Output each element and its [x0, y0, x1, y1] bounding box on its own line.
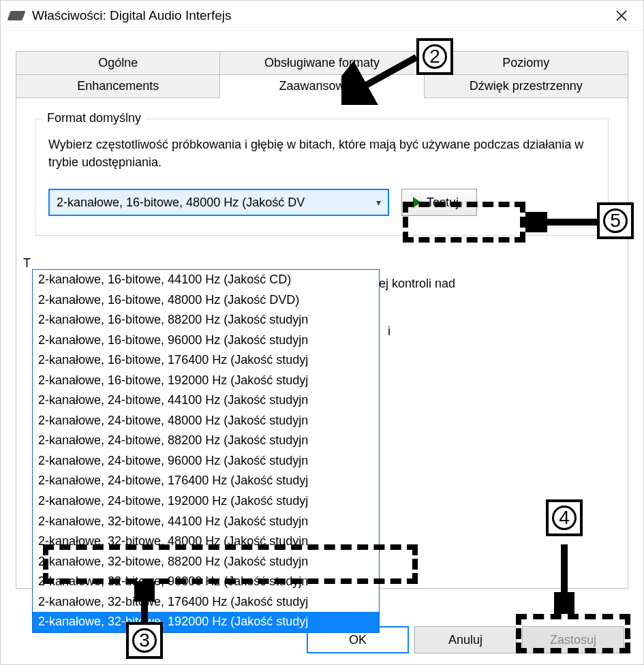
play-icon [413, 197, 421, 208]
format-option[interactable]: 2-kanałowe, 24-bitowe, 88200 Hz (Jakość … [33, 431, 379, 451]
close-button[interactable] [608, 2, 635, 29]
format-dropdown-list[interactable]: 2-kanałowe, 16-bitowe, 44100 Hz (Jakość … [32, 269, 380, 633]
format-combobox[interactable]: 2-kanałowe, 16-bitowe, 48000 Hz (Jakość … [48, 189, 389, 216]
tab-obslugiwane-formaty[interactable]: Obsługiwane formaty [220, 51, 424, 74]
format-option[interactable]: 2-kanałowe, 32-bitowe, 48000 Hz (Jakość … [33, 531, 379, 552]
format-option[interactable]: 2-kanałowe, 32-bitowe, 88200 Hz (Jakość … [33, 552, 379, 572]
format-option[interactable]: 2-kanałowe, 16-bitowe, 48000 Hz (Jakość … [33, 290, 379, 311]
audio-device-icon [7, 11, 25, 20]
tab-zaawansowane[interactable]: Zaawansowane [220, 74, 424, 98]
format-option[interactable]: 2-kanałowe, 32-bitowe, 96000 Hz (Jakość … [33, 572, 379, 592]
occluded-text-line2: i [388, 324, 390, 339]
format-option[interactable]: 2-kanałowe, 32-bitowe, 44100 Hz (Jakość … [33, 512, 379, 532]
cancel-button[interactable]: Anuluj [414, 626, 517, 653]
format-row: 2-kanałowe, 16-bitowe, 48000 Hz (Jakość … [48, 189, 596, 216]
format-option[interactable]: 2-kanałowe, 24-bitowe, 96000 Hz (Jakość … [33, 451, 379, 471]
group-legend: Format domyślny [43, 111, 145, 125]
close-icon [616, 10, 627, 21]
tab-poziomy[interactable]: Poziomy [425, 51, 628, 74]
format-option[interactable]: 2-kanałowe, 32-bitowe, 192000 Hz (Jakość… [33, 612, 379, 632]
titlebar: Właściwości: Digital Audio Interfejs [1, 1, 643, 31]
default-format-group: Format domyślny Wybierz częstotliwość pr… [35, 119, 609, 236]
format-option[interactable]: 2-kanałowe, 16-bitowe, 176400 Hz (Jakość… [33, 350, 379, 371]
format-option[interactable]: 2-kanałowe, 16-bitowe, 192000 Hz (Jakość… [33, 371, 379, 391]
group-description: Wybierz częstotliwość próbkowania i głęb… [48, 136, 596, 171]
tab-row-2: Enhancements Zaawansowane Dźwięk przestr… [16, 74, 628, 98]
properties-window: Właściwości: Digital Audio Interfejs Ogó… [0, 0, 644, 665]
window-title: Właściwości: Digital Audio Interfejs [32, 8, 608, 23]
format-option[interactable]: 2-kanałowe, 24-bitowe, 176400 Hz (Jakość… [33, 471, 379, 491]
test-button[interactable]: Testuj [401, 189, 477, 216]
format-option[interactable]: 2-kanałowe, 32-bitowe, 176400 Hz (Jakość… [33, 592, 379, 613]
occluded-text-line1: ej kontroli nad [379, 277, 455, 291]
test-button-label: Testuj [427, 196, 459, 210]
tab-ogolne[interactable]: Ogólne [16, 51, 220, 74]
format-option[interactable]: 2-kanałowe, 24-bitowe, 48000 Hz (Jakość … [33, 411, 379, 431]
content-area: Ogólne Obsługiwane formaty Poziomy Enhan… [1, 31, 643, 664]
apply-button[interactable]: Zastosuj [522, 626, 624, 653]
tab-dzwiek-przestrzenny[interactable]: Dźwięk przestrzenny [425, 74, 628, 98]
format-option[interactable]: 2-kanałowe, 24-bitowe, 44100 Hz (Jakość … [33, 390, 379, 411]
combobox-selected-text: 2-kanałowe, 16-bitowe, 48000 Hz (Jakość … [57, 196, 305, 210]
tab-enhancements[interactable]: Enhancements [16, 74, 220, 98]
format-option[interactable]: 2-kanałowe, 16-bitowe, 96000 Hz (Jakość … [33, 330, 379, 351]
format-option[interactable]: 2-kanałowe, 24-bitowe, 192000 Hz (Jakość… [33, 491, 379, 512]
tab-row-1: Ogólne Obsługiwane formaty Poziomy [16, 51, 628, 74]
occluded-group-prefix: T [23, 256, 31, 270]
chevron-down-icon: ▾ [376, 197, 381, 208]
format-option[interactable]: 2-kanałowe, 16-bitowe, 44100 Hz (Jakość … [33, 270, 379, 290]
format-option[interactable]: 2-kanałowe, 16-bitowe, 88200 Hz (Jakość … [33, 310, 379, 330]
